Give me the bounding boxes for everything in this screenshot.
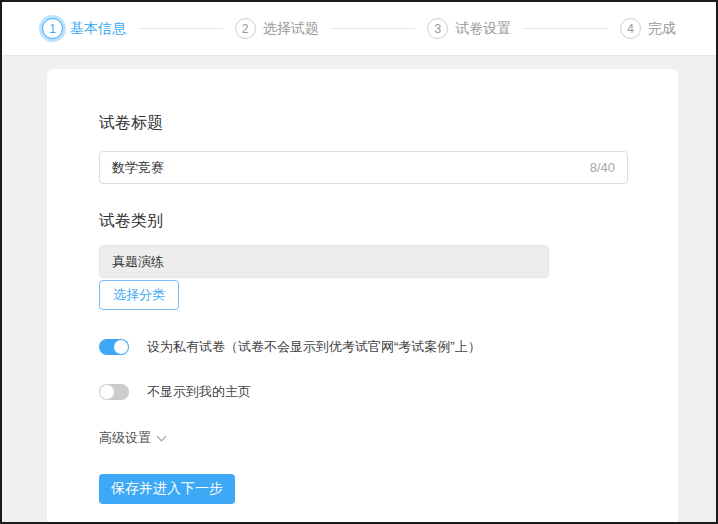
hide-homepage-toggle[interactable] <box>99 384 129 400</box>
chevron-down-icon <box>157 431 167 441</box>
step-3-circle: 3 <box>427 18 448 39</box>
advanced-settings-label: 高级设置 <box>99 429 151 447</box>
exam-title-value: 数学竞赛 <box>112 159 164 177</box>
private-exam-toggle[interactable] <box>99 339 129 355</box>
private-exam-row: 设为私有试卷（试卷不会显示到优考试官网“考试案例”上） <box>99 338 628 356</box>
basic-info-form-card: 试卷标题 数学竞赛 8/40 试卷类别 真题演练 选择分类 设为私有试卷（试卷不… <box>47 69 678 522</box>
hide-homepage-toggle-label: 不显示到我的主页 <box>147 383 251 401</box>
step-connector <box>523 28 608 29</box>
main-area: 试卷标题 数学竞赛 8/40 试卷类别 真题演练 选择分类 设为私有试卷（试卷不… <box>2 56 716 522</box>
step-select-questions[interactable]: 2 选择试题 <box>235 18 319 39</box>
exam-title-label: 试卷标题 <box>99 113 628 134</box>
exam-category-field: 真题演练 <box>99 245 549 278</box>
exam-title-input[interactable]: 数学竞赛 8/40 <box>99 151 628 184</box>
stepper: 1 基本信息 2 选择试题 3 试卷设置 4 完成 <box>42 18 676 39</box>
advanced-settings-link[interactable]: 高级设置 <box>99 429 165 447</box>
char-counter: 8/40 <box>590 160 615 175</box>
toggle-knob <box>114 340 128 354</box>
wizard-stepper-header: 1 基本信息 2 选择试题 3 试卷设置 4 完成 <box>2 2 716 56</box>
save-next-step-button[interactable]: 保存并进入下一步 <box>99 474 235 504</box>
exam-wizard-window: 1 基本信息 2 选择试题 3 试卷设置 4 完成 试卷标题 <box>0 0 718 524</box>
exam-category-label: 试卷类别 <box>99 211 628 232</box>
choose-category-button[interactable]: 选择分类 <box>99 280 179 310</box>
step-2-label: 选择试题 <box>263 20 319 38</box>
step-basic-info[interactable]: 1 基本信息 <box>42 18 126 39</box>
step-complete[interactable]: 4 完成 <box>620 18 676 39</box>
step-connector <box>138 28 223 29</box>
step-4-label: 完成 <box>648 20 676 38</box>
step-3-label: 试卷设置 <box>455 20 511 38</box>
toggle-knob <box>100 385 114 399</box>
step-2-circle: 2 <box>235 18 256 39</box>
step-exam-settings[interactable]: 3 试卷设置 <box>427 18 511 39</box>
hide-homepage-row: 不显示到我的主页 <box>99 383 628 401</box>
step-4-circle: 4 <box>620 18 641 39</box>
private-exam-toggle-label: 设为私有试卷（试卷不会显示到优考试官网“考试案例”上） <box>147 338 481 356</box>
step-connector <box>331 28 416 29</box>
step-1-circle: 1 <box>42 18 63 39</box>
step-1-label: 基本信息 <box>70 20 126 38</box>
